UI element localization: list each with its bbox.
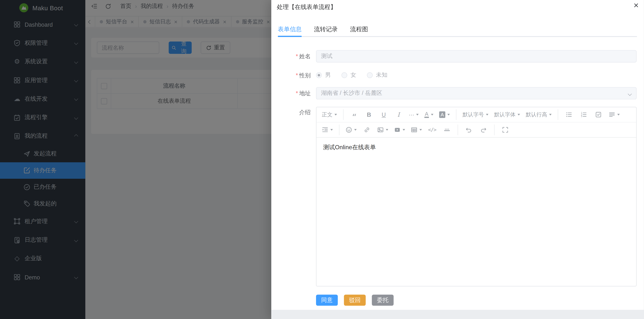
gender-label: *性别 (296, 72, 310, 79)
radio-label: 女 (350, 72, 356, 79)
video-dropdown[interactable] (392, 125, 407, 135)
required-asterisk: * (296, 90, 298, 97)
font-family-dropdown[interactable]: 默认字体 (492, 110, 522, 120)
tabs-divider (278, 36, 637, 37)
font-size-dropdown[interactable]: 默认字号 (461, 110, 490, 120)
address-value: 湖南省 / 长沙市 / 岳麓区 (321, 90, 382, 97)
process-drawer: 处理【在线表单流程】 × 表单信息 流转记录 流程图 *姓名 测试 *性别 男 … (271, 0, 644, 319)
drawer-actions: 同意 驳回 委托 (316, 294, 394, 305)
required-asterisk: * (296, 53, 298, 60)
toolbar-divider (343, 109, 344, 120)
caret-down-icon (386, 129, 388, 131)
todo-list-icon[interactable] (592, 110, 605, 120)
caret-down-icon (617, 114, 620, 115)
numbered-list-icon[interactable]: 123 (578, 110, 590, 120)
divider-icon[interactable] (441, 125, 453, 135)
image-dropdown[interactable] (376, 125, 390, 135)
address-label: *地址 (296, 90, 310, 98)
code-block-icon[interactable]: </> (426, 125, 438, 135)
chevron-down-icon (628, 92, 632, 96)
close-icon[interactable]: × (634, 1, 638, 9)
name-field: 测试 (316, 50, 636, 62)
agree-button[interactable]: 同意 (316, 294, 338, 305)
caret-down-icon (486, 114, 488, 115)
active-tab-underline (278, 36, 302, 37)
name-value: 测试 (321, 53, 332, 60)
toolbar-divider (339, 125, 339, 135)
caret-down-icon (334, 114, 337, 115)
radio-icon (342, 72, 347, 78)
blockquote-icon[interactable]: “ (348, 110, 360, 120)
bold-icon[interactable]: B (363, 110, 375, 120)
drawer-footer-strip (271, 310, 644, 319)
line-height-dropdown[interactable]: 默认行高 (524, 110, 553, 120)
undo-icon[interactable] (462, 125, 475, 135)
app: Maku Boot Dashboard 权限管理 ⚙ 系统设置 应用管理 (0, 0, 644, 319)
radio-icon (367, 72, 373, 78)
caret-down-icon (420, 129, 422, 131)
radio-selected-icon (316, 72, 322, 78)
link-icon[interactable] (361, 125, 373, 135)
intro-label: 介绍 (299, 109, 311, 116)
tab-form-info[interactable]: 表单信息 (278, 26, 302, 33)
caret-down-icon (431, 114, 434, 115)
font-color-dropdown[interactable]: A (423, 110, 435, 120)
drawer-tabs: 表单信息 流转记录 流程图 (278, 26, 368, 33)
caret-down-icon (518, 114, 520, 115)
editor-paragraph: 测试Online在线表单 (323, 143, 630, 152)
name-label: *姓名 (296, 53, 310, 61)
reject-button[interactable]: 驳回 (344, 294, 366, 305)
more-styles-dropdown[interactable]: ⋯ (407, 110, 420, 120)
caret-down-icon (402, 129, 405, 131)
paragraph-style-dropdown[interactable]: 正文 (320, 110, 338, 120)
caret-down-icon (416, 114, 419, 115)
bullet-list-icon[interactable] (563, 110, 575, 120)
underline-icon[interactable]: U (378, 110, 390, 120)
caret-down-icon (447, 114, 450, 115)
radio-female: 女 (342, 72, 356, 79)
indent-dropdown[interactable] (320, 125, 334, 135)
italic-icon[interactable]: I (392, 110, 405, 120)
align-dropdown[interactable] (607, 110, 622, 120)
address-cascader: 湖南省 / 长沙市 / 岳麓区 (316, 87, 636, 99)
toolbar-divider (458, 125, 458, 135)
gender-radio-group: 男 女 未知 (316, 69, 398, 81)
fullscreen-icon[interactable] (499, 125, 511, 135)
caret-down-icon (330, 129, 333, 131)
delegate-button[interactable]: 委托 (372, 294, 394, 305)
toolbar-divider (494, 125, 494, 135)
editor-toolbar-row2: </> (316, 123, 636, 138)
toolbar-divider (558, 109, 558, 120)
caret-down-icon (354, 129, 357, 131)
editor-content-area[interactable]: 测试Online在线表单 (316, 137, 636, 286)
tab-flow-diagram[interactable]: 流程图 (350, 26, 368, 33)
drawer-title: 处理【在线表单流程】 (277, 3, 336, 11)
rich-text-editor: 正文 “ B U I ⋯ A A 默认字号 默认字体 默认行高 123 (316, 107, 636, 286)
radio-label: 未知 (376, 72, 388, 79)
emoji-dropdown[interactable] (344, 125, 358, 135)
svg-text:3: 3 (581, 115, 582, 118)
editor-toolbar-row1: 正文 “ B U I ⋯ A A 默认字号 默认字体 默认行高 123 (316, 107, 636, 122)
table-dropdown[interactable] (409, 125, 424, 135)
radio-unknown: 未知 (367, 72, 388, 79)
radio-label: 男 (325, 72, 331, 79)
tab-flow-records[interactable]: 流转记录 (314, 26, 338, 33)
background-color-dropdown[interactable]: A (438, 110, 452, 120)
redo-icon[interactable] (478, 125, 490, 135)
caret-down-icon (549, 114, 552, 115)
toolbar-divider (456, 109, 456, 120)
required-asterisk: * (296, 72, 298, 79)
radio-male: 男 (316, 72, 331, 79)
